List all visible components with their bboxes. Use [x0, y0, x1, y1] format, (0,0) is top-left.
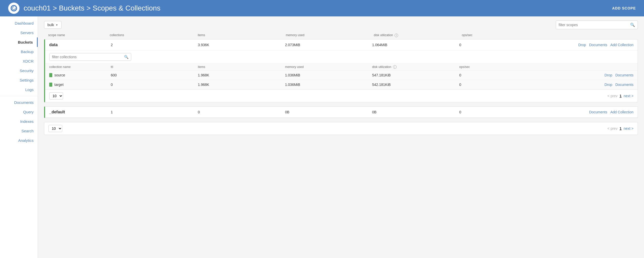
- col-ops-sec: ops/sec: [462, 33, 550, 37]
- scope-default-documents-link[interactable]: Documents: [589, 110, 607, 114]
- add-scope-button[interactable]: ADD SCOPE: [612, 6, 636, 10]
- scope-row-data: data 2 3.936K 2.073MiB 1.064MiB 0 Drop D…: [45, 39, 638, 51]
- coll-source-ttl: 600: [111, 73, 198, 77]
- col-memory-used: memory used: [286, 33, 374, 37]
- filter-collections-search-button[interactable]: 🔍: [122, 53, 131, 61]
- scope-data-drop-link[interactable]: Drop: [578, 43, 586, 47]
- scope-data-collections: 2: [111, 43, 198, 47]
- scope-row-default: _default 1 0 0B 0B 0 Documents Add Colle…: [45, 107, 638, 118]
- scope-data-items: 3.936K: [198, 43, 285, 47]
- scope-default-memory: 0B: [285, 110, 372, 114]
- current-page-bottom: 1: [620, 126, 622, 131]
- couchbase-logo: [8, 3, 19, 14]
- scope-default-disk: 0B: [372, 110, 459, 114]
- scope-data-actions: Drop Documents Add Collection: [546, 43, 633, 47]
- filter-collections-wrap: 🔍: [49, 53, 131, 61]
- next-page-bottom[interactable]: next >: [623, 126, 633, 131]
- sidebar-item-servers[interactable]: Servers: [0, 28, 38, 37]
- sidebar-item-settings[interactable]: Settings: [0, 75, 38, 85]
- pagination-links-bottom: < prev 1 next >: [607, 126, 633, 131]
- coll-target-documents-link[interactable]: Documents: [615, 83, 633, 87]
- coll-target-drop-link[interactable]: Drop: [605, 83, 612, 87]
- scope-column-headers: scope name collections items memory used…: [44, 32, 638, 38]
- coll-target-disk: 542.181KiB: [372, 83, 459, 87]
- collection-row-source: source 600 1.968K 1.036MiB 547.181KiB 0 …: [45, 71, 638, 80]
- header-left: couch01 > Buckets > Scopes & Collections: [8, 3, 160, 14]
- coll-name-target: target: [54, 83, 64, 87]
- filter-scopes-wrap: 🔍: [556, 21, 638, 29]
- scope-card-default: _default 1 0 0B 0B 0 Documents Add Colle…: [44, 106, 638, 118]
- scope-data-pagination-row: 10 25 50 < prev 1 next >: [45, 90, 638, 102]
- filter-scopes-search-button[interactable]: 🔍: [628, 21, 638, 29]
- scope-card-data: data 2 3.936K 2.073MiB 1.064MiB 0 Drop D…: [44, 39, 638, 103]
- scope-name-data: data: [49, 43, 111, 47]
- header: couch01 > Buckets > Scopes & Collections…: [0, 0, 644, 16]
- coll-source-items: 1.968K: [198, 73, 285, 77]
- coll-col-ttl: ttl: [111, 65, 198, 69]
- sidebar-item-backup[interactable]: Backup: [0, 47, 38, 56]
- coll-target-items: 1.968K: [198, 83, 285, 87]
- collection-column-headers: collection name ttl items memory used di…: [45, 64, 638, 71]
- per-page-dropdown-data[interactable]: 10 25 50: [49, 92, 63, 100]
- coll-name-source: source: [54, 73, 65, 77]
- sidebar-item-security[interactable]: Security: [0, 66, 38, 75]
- coll-target-actions: Drop Documents: [546, 83, 633, 87]
- current-page-data: 1: [620, 94, 622, 98]
- coll-name-cell-source: source: [49, 73, 111, 77]
- coll-status-dot-source: [49, 73, 52, 77]
- scope-name-default: _default: [49, 110, 111, 114]
- bulk-label: bulk: [47, 23, 54, 27]
- coll-col-disk: disk utilization i: [372, 65, 459, 69]
- filter-scopes-input[interactable]: [556, 21, 628, 29]
- scope-data-ops: 0: [459, 43, 546, 47]
- sidebar-item-search[interactable]: Search: [0, 126, 38, 136]
- col-items: items: [198, 33, 286, 37]
- coll-col-memory: memory used: [285, 65, 372, 69]
- coll-target-ttl: 0: [111, 83, 198, 87]
- scope-data-disk: 1.064MiB: [372, 43, 459, 47]
- col-collections: collections: [110, 33, 198, 37]
- filter-collections-input[interactable]: [49, 53, 122, 61]
- scope-default-ops: 0: [459, 110, 546, 114]
- per-page-select-data: 10 25 50: [49, 92, 63, 100]
- bottom-pagination-row: 10 25 50 < prev 1 next >: [44, 122, 638, 135]
- coll-col-name: collection name: [49, 65, 111, 69]
- scope-data-documents-link[interactable]: Documents: [589, 43, 607, 47]
- coll-source-documents-link[interactable]: Documents: [615, 73, 633, 77]
- coll-source-actions: Drop Documents: [546, 73, 633, 77]
- per-page-dropdown-bottom[interactable]: 10 25 50: [48, 125, 62, 132]
- coll-col-items: items: [198, 65, 285, 69]
- bulk-dropdown-arrow: ▼: [56, 24, 58, 26]
- sidebar-item-indexes[interactable]: Indexes: [0, 117, 38, 126]
- disk-util-info-icon: i: [395, 34, 398, 37]
- scope-data-memory: 2.073MiB: [285, 43, 372, 47]
- coll-disk-info-icon: i: [393, 65, 397, 69]
- coll-target-memory: 1.036MiB: [285, 83, 372, 87]
- app-layout: Dashboard Servers Buckets Backup XDCR Se…: [0, 16, 644, 258]
- sidebar-item-documents[interactable]: Documents: [0, 98, 38, 107]
- coll-source-disk: 547.181KiB: [372, 73, 459, 77]
- sidebar-item-buckets[interactable]: Buckets: [0, 37, 38, 47]
- sidebar-item-logs[interactable]: Logs: [0, 85, 38, 94]
- sidebar-item-dashboard[interactable]: Dashboard: [0, 18, 38, 28]
- coll-target-ops: 0: [459, 83, 546, 87]
- prev-page-data[interactable]: < prev: [607, 94, 617, 98]
- col-disk-util: disk utilization i: [374, 33, 462, 37]
- collection-row-target: target 0 1.968K 1.036MiB 542.181KiB 0 Dr…: [45, 80, 638, 90]
- scope-data-add-collection-link[interactable]: Add Collection: [610, 43, 633, 47]
- coll-col-ops: ops/sec: [459, 65, 546, 69]
- prev-page-bottom[interactable]: < prev: [607, 126, 617, 131]
- scope-default-add-collection-link[interactable]: Add Collection: [610, 110, 633, 114]
- coll-status-dot-target: [49, 83, 52, 87]
- sidebar-item-analytics[interactable]: Analytics: [0, 136, 38, 145]
- sidebar-item-query[interactable]: Query: [0, 107, 38, 117]
- coll-source-drop-link[interactable]: Drop: [605, 73, 612, 77]
- toolbar-row: bulk ▼ 🔍: [44, 21, 638, 29]
- sidebar-divider: [0, 96, 38, 96]
- sidebar-item-xdcr[interactable]: XDCR: [0, 56, 38, 66]
- pagination-links-data: < prev 1 next >: [607, 94, 633, 98]
- main-content: bulk ▼ 🔍 scope name collections items me…: [38, 16, 644, 258]
- next-page-data[interactable]: next >: [623, 94, 633, 98]
- filter-collections-row: 🔍: [45, 51, 638, 64]
- bulk-button[interactable]: bulk ▼: [44, 21, 62, 29]
